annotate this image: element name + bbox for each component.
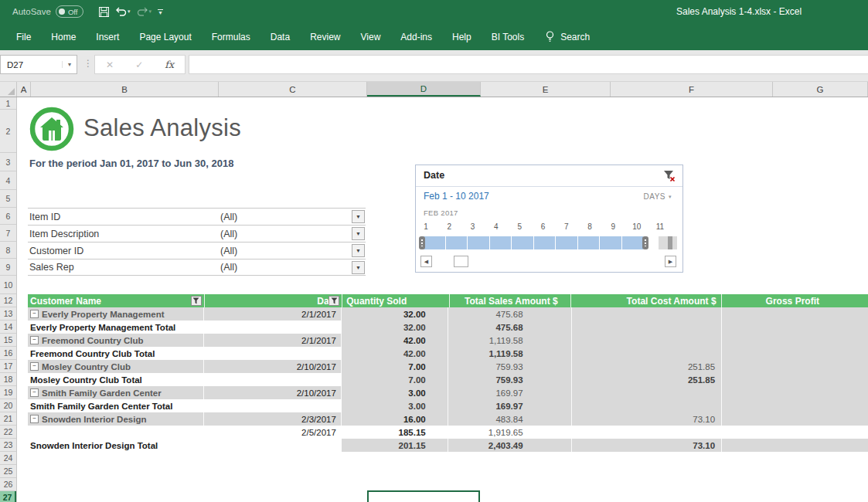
row-header-14[interactable]: 14 (0, 321, 16, 334)
timeline-period-dropdown[interactable]: DAYS ▾ (643, 192, 672, 201)
column-header-f[interactable]: F (611, 82, 773, 97)
row-header-22[interactable]: 22 (0, 426, 16, 439)
cell-sales-amount[interactable]: 483.84 (448, 412, 572, 426)
cell-cost-amount[interactable] (572, 347, 722, 360)
cell-gross-profit[interactable] (722, 426, 868, 439)
cell-cost-amount[interactable]: 73.10 (572, 439, 722, 452)
cell-date[interactable]: 2/10/2017 (204, 386, 342, 399)
cell-customer-name[interactable]: Mosley Country Club Total (28, 373, 204, 386)
cell-gross-profit[interactable] (722, 386, 868, 399)
timeline-day-tick-3[interactable]: 3 (464, 222, 482, 231)
filter-dropdown-button[interactable]: ▼ (352, 261, 365, 274)
timeline-day-tick-6[interactable]: 6 (534, 222, 553, 231)
row-header-21[interactable]: 21 (0, 412, 16, 426)
cell-cost-amount[interactable] (572, 334, 722, 347)
row-header-10[interactable]: 10 (0, 276, 16, 294)
timeline-scroll-right-button[interactable]: ▶ (665, 256, 676, 267)
timeline-segment[interactable] (490, 236, 512, 249)
cell-gross-profit[interactable] (722, 399, 868, 412)
row-header-17[interactable]: 17 (0, 360, 16, 373)
redo-button[interactable]: ▾ (137, 7, 152, 17)
collapse-icon[interactable]: − (30, 388, 39, 397)
cell-customer-name[interactable]: Everly Property Management Total (28, 321, 204, 334)
row-header-20[interactable]: 20 (0, 399, 16, 412)
select-all-button[interactable] (0, 82, 17, 97)
autosave-pill[interactable]: Off (56, 5, 84, 18)
search-box[interactable]: Search (545, 31, 590, 42)
cell-date[interactable]: 2/1/2017 (204, 334, 342, 347)
column-header-e[interactable]: E (481, 82, 611, 97)
column-header-c[interactable]: C (219, 82, 367, 97)
cell-date[interactable] (204, 347, 342, 360)
timeline-segment[interactable] (534, 236, 557, 249)
cell-cost-amount[interactable] (572, 307, 722, 321)
timeline-day-tick-7[interactable]: 7 (557, 222, 576, 231)
clear-filter-button[interactable] (662, 169, 676, 183)
name-box-dropdown-icon[interactable]: ▾ (62, 61, 77, 68)
cell-quantity[interactable]: 42.00 (342, 347, 448, 360)
cell-gross-profit[interactable] (722, 321, 868, 334)
timeline-segment[interactable] (446, 236, 468, 249)
cell-date[interactable]: 2/5/2017 (204, 426, 342, 439)
cell-sales-amount[interactable]: 2,403.49 (448, 439, 572, 452)
pivot-header-total-cost-amount-[interactable]: Total Cost Amount $ (571, 294, 722, 307)
cell-gross-profit[interactable] (722, 373, 868, 386)
row-header-3[interactable]: 3 (0, 153, 16, 171)
column-header-d[interactable]: D (367, 82, 481, 97)
cell-customer-name[interactable]: −Freemond Country Club (28, 334, 204, 347)
tab-view[interactable]: View (351, 23, 391, 50)
cell-sales-amount[interactable]: 475.68 (448, 307, 572, 321)
filter-dropdown-button[interactable]: ▼ (352, 227, 365, 240)
timeline-segment[interactable] (424, 236, 446, 249)
name-box[interactable]: D27 ▾ (0, 55, 77, 74)
cell-quantity[interactable]: 16.00 (342, 412, 448, 426)
row-header-15[interactable]: 15 (0, 334, 16, 347)
pivot-header-total-sales-amount-[interactable]: Total Sales Amount $ (450, 294, 571, 307)
row-header-25[interactable]: 25 (0, 465, 16, 478)
tab-formulas[interactable]: Formulas (202, 23, 260, 50)
cell-date[interactable] (204, 439, 342, 452)
cell-date[interactable]: 2/1/2017 (204, 307, 342, 321)
column-header-g[interactable]: G (773, 82, 868, 97)
timeline-segment[interactable] (512, 236, 534, 249)
timeline-day-tick-5[interactable]: 5 (510, 222, 529, 231)
column-header-b[interactable]: B (31, 82, 219, 97)
cell-date[interactable]: 2/3/2017 (204, 412, 342, 426)
cell-cost-amount[interactable] (572, 426, 722, 439)
row-header-12[interactable]: 12 (0, 294, 16, 307)
formula-input[interactable] (189, 55, 868, 74)
tab-file[interactable]: File (6, 23, 41, 50)
row-header-26[interactable]: 26 (0, 478, 16, 491)
row-header-27[interactable]: 27 (0, 491, 16, 502)
row-header-24[interactable]: 24 (0, 452, 16, 465)
cell-gross-profit[interactable] (722, 412, 868, 426)
cell-sales-amount[interactable]: 475.68 (448, 321, 572, 334)
timeline-scroll-thumb[interactable] (454, 256, 468, 267)
tab-bi-tools[interactable]: BI Tools (482, 23, 534, 50)
cell-customer-name[interactable]: −Mosley Country Club (28, 360, 204, 373)
header-filter-button[interactable] (191, 296, 202, 306)
cell-quantity[interactable]: 32.00 (342, 307, 448, 321)
row-header-23[interactable]: 23 (0, 439, 16, 452)
enter-icon[interactable]: ✓ (135, 59, 143, 70)
cell-quantity[interactable]: 185.15 (342, 426, 448, 439)
cell-sales-amount[interactable]: 1,119.58 (448, 347, 572, 360)
tab-insert[interactable]: Insert (86, 23, 129, 50)
cell-date[interactable] (204, 373, 342, 386)
cancel-icon[interactable]: ✕ (106, 59, 114, 70)
autosave-toggle[interactable]: AutoSave Off (12, 5, 83, 18)
tab-help[interactable]: Help (442, 23, 482, 50)
home-logo[interactable] (29, 107, 74, 154)
timeline-segment[interactable] (600, 236, 622, 249)
cell-date[interactable] (204, 399, 342, 412)
pivot-header-customer-name[interactable]: Customer Name (28, 294, 205, 307)
timeline-day-tick-4[interactable]: 4 (487, 222, 505, 231)
tab-page-layout[interactable]: Page Layout (129, 23, 201, 50)
cell-customer-name[interactable]: −Everly Property Management (28, 307, 204, 321)
cell-customer-name[interactable]: −Smith Family Garden Center (28, 386, 204, 399)
row-header-8[interactable]: 8 (0, 242, 16, 259)
collapse-icon[interactable]: − (30, 336, 39, 344)
row-header-16[interactable]: 16 (0, 347, 16, 360)
bottom-shape[interactable] (367, 490, 480, 502)
timeline-segment[interactable] (556, 236, 578, 249)
